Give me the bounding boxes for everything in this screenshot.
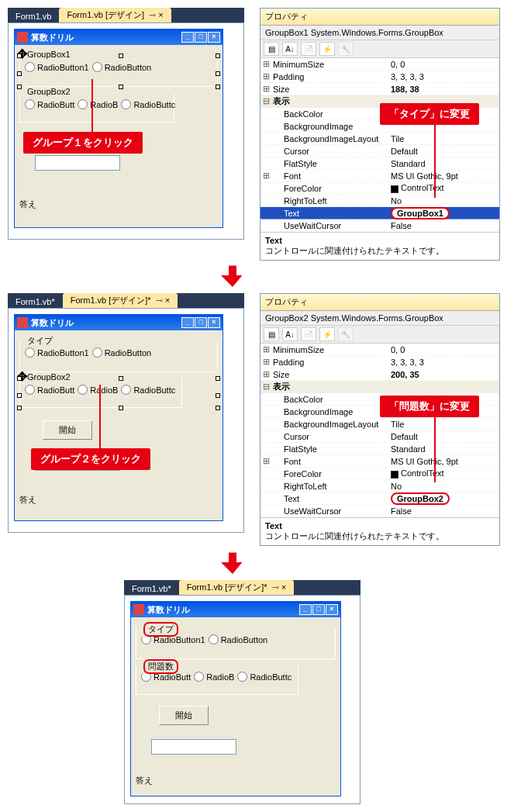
- prop-row-forecolor[interactable]: ForeColorControlText: [260, 468, 499, 480]
- maximize-icon[interactable]: □: [195, 32, 207, 43]
- tab-design-3[interactable]: Form1.vb [デザイン]*⊸ ×: [179, 580, 294, 595]
- radio1[interactable]: RadioButton1: [25, 347, 89, 358]
- radio3[interactable]: RadioButt: [25, 385, 74, 395]
- properties-panel-1: プロパティ GroupBox1 System.Windows.Forms.Gro…: [260, 8, 500, 261]
- minimize-icon[interactable]: _: [299, 604, 312, 615]
- form-icon: [17, 317, 28, 328]
- groupbox2-selected[interactable]: GroupBox2 ✥ RadioButt RadioB RadioButtc: [19, 378, 218, 408]
- prop-row-flatstyle[interactable]: FlatStyleStandard: [260, 443, 499, 455]
- groupbox1-label: GroupBox1: [25, 50, 73, 59]
- prop-row-text[interactable]: TextGroupBox1: [260, 207, 499, 219]
- minimize-icon[interactable]: _: [181, 32, 194, 43]
- categorized-icon[interactable]: ▤: [264, 327, 279, 341]
- object-selector-2[interactable]: GroupBox2 System.Windows.Forms.GroupBox: [260, 311, 499, 326]
- arrow-down-icon: [221, 264, 244, 289]
- prop-row-flatstyle[interactable]: FlatStyleStandard: [260, 157, 499, 170]
- prop-row-cursor[interactable]: CursorDefault: [260, 430, 499, 443]
- close-window-icon[interactable]: ×: [208, 32, 220, 43]
- properties-toolbar: ▤ A↓ 📄 ⚡ 🔧: [260, 40, 499, 58]
- maximize-icon[interactable]: □: [312, 604, 325, 615]
- maximize-icon[interactable]: □: [195, 317, 207, 328]
- callout-change-type: 「タイプ」に変更: [380, 103, 479, 125]
- radio2[interactable]: RadioButton: [92, 62, 152, 72]
- radio2[interactable]: RadioButton: [92, 347, 152, 358]
- pin-icon[interactable]: ⊸: [149, 10, 156, 19]
- categorized-icon[interactable]: ▤: [264, 42, 279, 56]
- tab-bar-3: Form1.vb* Form1.vb [デザイン]*⊸ ×: [124, 580, 360, 595]
- start-button[interactable]: 開始: [159, 706, 209, 725]
- prop-row-font[interactable]: ⊞FontMS UI Gothic, 9pt: [260, 455, 499, 468]
- form-icon: [17, 32, 28, 43]
- prop-row-backgroundimagelayout[interactable]: BackgroundImageLayoutTile: [260, 418, 499, 430]
- textbox[interactable]: [35, 155, 120, 171]
- prop-row-font[interactable]: ⊞FontMS UI Gothic, 9pt: [260, 170, 499, 182]
- tab-design[interactable]: Form1.vb [デザイン]⊸ ×: [59, 8, 171, 22]
- prop-row-forecolor[interactable]: ForeColorControlText: [260, 182, 499, 195]
- radio2[interactable]: RadioButton: [209, 634, 268, 644]
- object-selector[interactable]: GroupBox1 System.Windows.Forms.GroupBox: [260, 26, 499, 40]
- groupbox2[interactable]: GroupBox2 RadioButt RadioB RadioButtc: [19, 93, 174, 123]
- events-icon[interactable]: ⚡: [319, 327, 335, 341]
- az-icon[interactable]: A↓: [282, 42, 298, 56]
- close-window-icon[interactable]: ×: [326, 604, 338, 615]
- radio3[interactable]: RadioButt: [25, 99, 74, 109]
- wrench-icon: 🔧: [338, 42, 354, 56]
- callout-click-group2: グループ２をクリック: [31, 448, 150, 470]
- designer-surface-3[interactable]: 算数ドリル _□× タイプ RadioButton1 RadioButton 問…: [124, 595, 360, 804]
- designer-surface-2[interactable]: 算数ドリル _□× タイプ RadioButton1 RadioButton G…: [8, 308, 244, 533]
- radio5[interactable]: RadioButtc: [121, 99, 175, 109]
- groupbox1-selected[interactable]: GroupBox1 ✥ RadioButton1 RadioButton: [19, 56, 218, 87]
- groupbox1-after[interactable]: タイプ RadioButton1 RadioButton: [19, 341, 218, 372]
- radio4[interactable]: RadioB: [78, 385, 118, 395]
- minimize-icon[interactable]: _: [181, 317, 194, 328]
- properties-panel-2: プロパティ GroupBox2 System.Windows.Forms.Gro…: [260, 293, 500, 546]
- form-titlebar: 算数ドリル _□×: [15, 315, 223, 330]
- tab-bar: Form1.vb Form1.vb [デザイン]⊸ ×: [8, 8, 244, 22]
- groupbox2-final-label: 問題数: [141, 659, 181, 674]
- close-icon[interactable]: ×: [158, 10, 163, 19]
- prop-row-usewaitcursor[interactable]: UseWaitCursorFalse: [260, 505, 499, 517]
- prop-row-表示[interactable]: ⊟表示: [260, 381, 499, 393]
- radio4[interactable]: RadioB: [194, 672, 234, 682]
- form-icon: [133, 604, 144, 615]
- radio5[interactable]: RadioButtc: [237, 672, 291, 682]
- prop-row-padding[interactable]: ⊞Padding3, 3, 3, 3: [260, 356, 499, 368]
- prop-row-backgroundimagelayout[interactable]: BackgroundImageLayoutTile: [260, 133, 499, 145]
- prop-row-cursor[interactable]: CursorDefault: [260, 145, 499, 157]
- prop-row-minimumsize[interactable]: ⊞MinimumSize0, 0: [260, 58, 499, 71]
- wrench-icon: 🔧: [338, 327, 354, 341]
- radio4[interactable]: RadioB: [78, 99, 118, 109]
- tab-design-2[interactable]: Form1.vb [デザイン]*⊸ ×: [63, 293, 178, 308]
- properties-title: プロパティ: [260, 9, 499, 26]
- prop-row-usewaitcursor[interactable]: UseWaitCursorFalse: [260, 219, 499, 232]
- radio1[interactable]: RadioButton1: [25, 62, 89, 72]
- tab-code[interactable]: Form1.vb: [8, 10, 59, 22]
- pin-icon[interactable]: ⊸: [156, 295, 163, 305]
- radio5[interactable]: RadioButtc: [121, 385, 175, 395]
- az-icon[interactable]: A↓: [282, 327, 298, 341]
- close-window-icon[interactable]: ×: [208, 317, 220, 328]
- textbox[interactable]: [151, 739, 236, 755]
- close-icon[interactable]: ×: [165, 295, 170, 305]
- form-title: 算数ドリル: [31, 317, 74, 329]
- prop-row-padding[interactable]: ⊞Padding3, 3, 3, 3: [260, 71, 499, 83]
- callout-change-count: 「問題数」に変更: [380, 396, 479, 417]
- groupbox1-final-label: タイプ: [141, 622, 181, 637]
- events-icon[interactable]: ⚡: [319, 42, 335, 56]
- page-icon[interactable]: 📄: [301, 327, 316, 341]
- prop-row-text[interactable]: TextGroupBox2: [260, 492, 499, 505]
- tab-code-3[interactable]: Form1.vb*: [124, 582, 179, 595]
- close-icon[interactable]: ×: [281, 582, 286, 592]
- prop-row-righttoleft[interactable]: RightToLeftNo: [260, 480, 499, 492]
- prop-row-minimumsize[interactable]: ⊞MinimumSize0, 0: [260, 344, 499, 356]
- prop-row-righttoleft[interactable]: RightToLeftNo: [260, 195, 499, 207]
- callout-click-group1: グループ１をクリック: [23, 132, 143, 154]
- page-icon[interactable]: 📄: [301, 42, 316, 56]
- prop-row-size[interactable]: ⊞Size200, 35: [260, 368, 499, 381]
- arrow-down-icon: [221, 551, 244, 575]
- designer-surface[interactable]: 算数ドリル _ □ × GroupBox1 ✥ RadioButton1 Rad…: [8, 22, 244, 240]
- start-button[interactable]: 開始: [43, 420, 92, 440]
- tab-bar-2: Form1.vb* Form1.vb [デザイン]*⊸ ×: [8, 293, 244, 308]
- prop-row-size[interactable]: ⊞Size188, 38: [260, 83, 499, 95]
- tab-code-2[interactable]: Form1.vb*: [8, 295, 63, 308]
